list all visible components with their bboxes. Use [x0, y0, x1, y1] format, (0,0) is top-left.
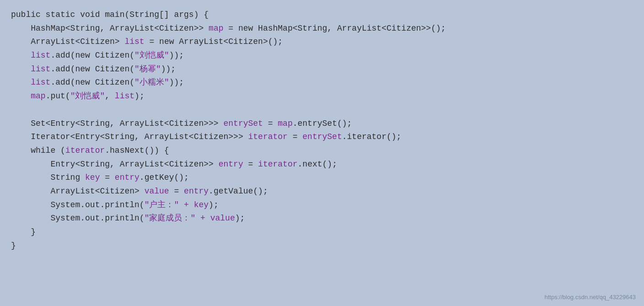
code-line: ArrayList<Citizen> list = new ArrayList<…: [11, 35, 633, 49]
code-line: while (iterator.hasNext()) {: [11, 144, 633, 158]
code-line: public static void main(String[] args) {: [11, 8, 633, 22]
code-line: Iterator<Entry<String, ArrayList<Citizen…: [11, 130, 633, 144]
code-line: System.out.println("家庭成员：" + value);: [11, 212, 633, 225]
code-line: }: [11, 239, 633, 253]
code-line: list.add(new Citizen("刘恺威"));: [11, 49, 633, 63]
code-line: Entry<String, ArrayList<Citizen>> entry …: [11, 158, 633, 172]
source-url: https://blog.csdn.net/qq_43229643: [545, 294, 636, 301]
code-line: System.out.println("户主：" + key);: [11, 199, 633, 212]
code-block: public static void main(String[] args) {…: [0, 0, 644, 306]
code-line: ArrayList<Citizen> value = entry.getValu…: [11, 185, 633, 199]
code-line: HashMap<String, ArrayList<Citizen>> map …: [11, 22, 633, 36]
code-line: Set<Entry<String, ArrayList<Citizen>>> e…: [11, 117, 633, 131]
code-line: list.add(new Citizen("小糯米"));: [11, 76, 633, 90]
code-line: list.add(new Citizen("杨幂"));: [11, 63, 633, 76]
code-line: [11, 103, 633, 117]
code-line: }: [11, 225, 633, 239]
code-line: String key = entry.getKey();: [11, 171, 633, 185]
code-line: map.put("刘恺威", list);: [11, 90, 633, 103]
code-container: public static void main(String[] args) {…: [11, 8, 633, 252]
